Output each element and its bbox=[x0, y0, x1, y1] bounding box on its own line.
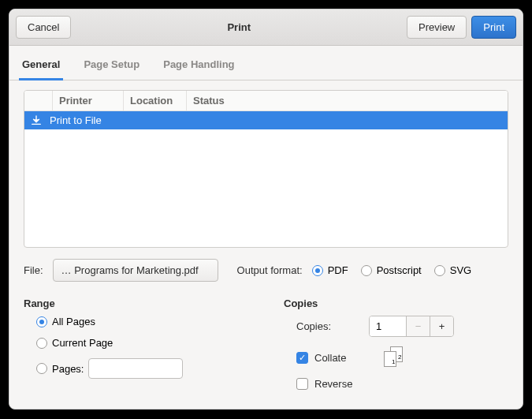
col-printer[interactable]: Printer bbox=[53, 91, 124, 110]
file-label: File: bbox=[24, 264, 43, 276]
reverse-checkbox[interactable] bbox=[296, 378, 308, 390]
range-pages-label: Pages: bbox=[52, 363, 84, 375]
copies-spinner: − + bbox=[369, 316, 454, 337]
dialog-title: Print bbox=[71, 21, 407, 33]
format-postscript-radio[interactable]: Postscript bbox=[361, 264, 422, 276]
tab-bar: General Page Setup Page Handling bbox=[9, 46, 523, 80]
copies-input[interactable] bbox=[370, 316, 406, 336]
printer-row-print-to-file[interactable]: Print to File bbox=[24, 111, 508, 129]
reverse-label: Reverse bbox=[314, 378, 352, 390]
copies-title: Copies bbox=[284, 297, 508, 309]
col-status[interactable]: Status bbox=[187, 91, 508, 110]
format-svg-label: SVG bbox=[450, 264, 471, 276]
pages-input[interactable] bbox=[88, 358, 183, 379]
range-all-radio[interactable]: All Pages bbox=[36, 316, 260, 327]
titlebar: Cancel Print Preview Print bbox=[9, 9, 523, 46]
copies-increment[interactable]: + bbox=[430, 316, 453, 336]
collate-checkbox[interactable] bbox=[296, 352, 308, 364]
tab-content: Printer Location Status Print to File Fi… bbox=[9, 80, 523, 409]
tab-page-setup[interactable]: Page Setup bbox=[80, 54, 143, 80]
download-icon bbox=[31, 115, 42, 126]
copies-decrement[interactable]: − bbox=[406, 316, 430, 336]
range-all-label: All Pages bbox=[52, 316, 95, 327]
format-pdf-radio[interactable]: PDF bbox=[312, 264, 348, 276]
collate-label: Collate bbox=[314, 352, 346, 364]
file-chooser-button[interactable]: … Programs for Marketing.pdf bbox=[53, 259, 218, 282]
printer-name: Print to File bbox=[50, 114, 102, 126]
collate-icon: 2 1 bbox=[384, 346, 406, 368]
format-svg-radio[interactable]: SVG bbox=[434, 264, 471, 276]
col-location[interactable]: Location bbox=[124, 91, 187, 110]
format-pdf-label: PDF bbox=[328, 264, 348, 276]
printer-list: Printer Location Status Print to File bbox=[24, 90, 508, 248]
tab-general[interactable]: General bbox=[19, 54, 63, 80]
range-title: Range bbox=[24, 297, 260, 309]
format-postscript-label: Postscript bbox=[377, 264, 422, 276]
cancel-button[interactable]: Cancel bbox=[16, 16, 71, 39]
range-current-radio[interactable]: Current Page bbox=[36, 337, 260, 349]
printer-list-header: Printer Location Status bbox=[24, 91, 508, 111]
range-pages-radio[interactable]: Pages: bbox=[36, 358, 260, 379]
output-format-label: Output format: bbox=[237, 264, 303, 276]
preview-button[interactable]: Preview bbox=[407, 16, 467, 39]
copies-label: Copies: bbox=[296, 320, 331, 332]
tab-page-handling[interactable]: Page Handling bbox=[160, 54, 237, 80]
print-button[interactable]: Print bbox=[471, 16, 516, 39]
range-current-label: Current Page bbox=[52, 337, 113, 349]
print-dialog: Cancel Print Preview Print General Page … bbox=[9, 9, 523, 410]
